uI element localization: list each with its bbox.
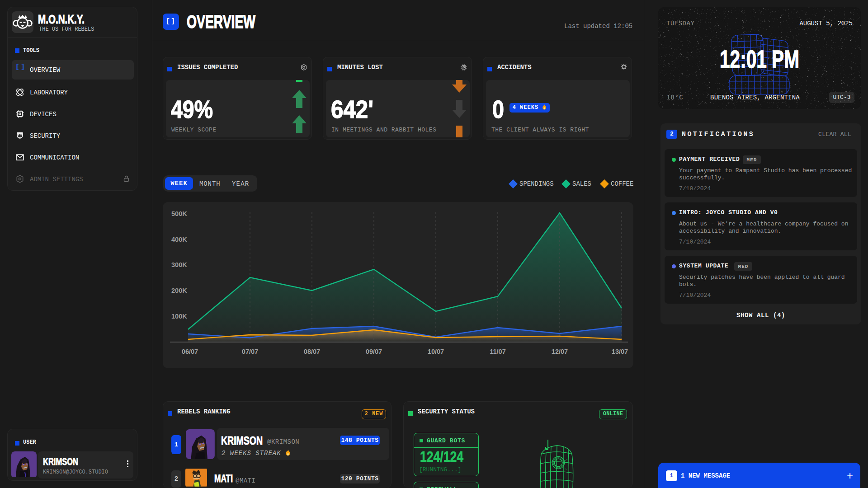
svg-text:07/07: 07/07 [242, 348, 258, 355]
svg-text:M.O.N.K.Y.: M.O.N.K.Y. [38, 14, 85, 25]
svg-text:MATI: MATI [214, 474, 233, 483]
svg-text:08/07: 08/07 [304, 348, 320, 355]
svg-text:400K: 400K [171, 236, 187, 243]
svg-text:124/124: 124/124 [420, 450, 464, 463]
svg-text:0: 0 [492, 100, 504, 121]
svg-text:KRIMSON: KRIMSON [221, 436, 263, 446]
svg-text:300K: 300K [171, 261, 187, 268]
svg-text:11/07: 11/07 [490, 348, 506, 355]
svg-text:49%: 49% [171, 100, 213, 121]
svg-text:10/07: 10/07 [428, 348, 444, 355]
svg-text:500K: 500K [171, 210, 187, 217]
svg-text:100K: 100K [171, 313, 187, 320]
svg-text:06/07: 06/07 [182, 348, 198, 355]
svg-text:09/07: 09/07 [366, 348, 382, 355]
svg-text:KRIMSON: KRIMSON [43, 457, 78, 466]
svg-text:12:01 PM: 12:01 PM [720, 45, 799, 70]
svg-text:12/07: 12/07 [552, 348, 568, 355]
svg-text:OVERVIEW: OVERVIEW [187, 13, 255, 31]
svg-text:642': 642' [331, 100, 373, 121]
svg-text:200K: 200K [171, 287, 187, 294]
svg-text:13/07: 13/07 [612, 348, 628, 355]
